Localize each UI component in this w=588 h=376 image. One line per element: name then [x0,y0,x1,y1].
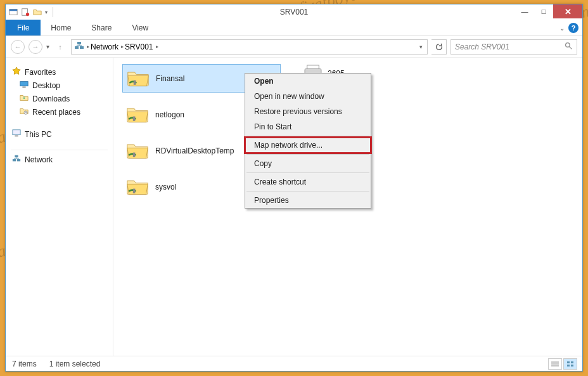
svg-rect-9 [20,82,28,86]
context-menu-separator [246,191,369,191]
context-menu-item[interactable]: Open in new window [245,89,371,104]
qat-newfolder-icon[interactable] [33,8,42,16]
svg-rect-6 [77,42,81,44]
svg-rect-21 [307,65,319,69]
nav-up-button[interactable]: ↑ [53,40,67,54]
nav-history-dropdown[interactable]: ▾ [46,43,49,50]
context-menu-item[interactable]: Map network drive... [245,138,371,153]
context-menu-item[interactable]: Create shortcut [245,174,371,190]
breadcrumb-srv001[interactable]: SRV001 [125,42,153,51]
window-title: SRV001 [280,8,308,16]
folder-label: RDVirtualDesktopTemp [155,146,234,155]
computer-icon [12,129,21,139]
sidebar-item-desktop[interactable]: Desktop [6,79,113,92]
network-icon [12,154,21,165]
svg-rect-19 [133,152,136,157]
title-bar: ▾ SRV001 — □ ✕ [6,4,582,20]
favorites-header[interactable]: Favorites [6,65,113,79]
sidebar-item-label: Desktop [32,81,60,90]
context-menu: OpenOpen in new windowRestore previous v… [245,73,371,209]
svg-rect-10 [22,87,25,88]
svg-rect-13 [15,136,18,137]
close-button[interactable]: ✕ [553,4,582,18]
sidebar-item-recent[interactable]: Recent places [6,105,113,119]
view-details-button[interactable] [548,358,562,370]
search-input[interactable]: Search SRV001 [451,39,577,55]
status-selection-count: 1 item selected [49,360,101,368]
qat-dropdown-icon[interactable]: ▾ [45,10,48,15]
address-row: ← → ▾ ↑ ▸Network ▸SRV001 ▸ ▾ Search SRV0… [6,36,582,58]
sidebar-item-network[interactable]: Network [6,153,113,166]
breadcrumb-network[interactable]: Network [91,42,118,51]
status-item-count: 7 items [12,360,37,368]
ribbon-expand-icon[interactable]: ⌄ [559,25,565,32]
svg-rect-29 [567,365,570,366]
desktop-icon [20,80,29,91]
address-dropdown-icon[interactable]: ▾ [414,44,427,50]
context-menu-item[interactable]: Open [245,74,371,89]
view-icons-button[interactable] [563,358,577,370]
tab-home[interactable]: Home [41,20,81,36]
separator [11,150,108,150]
svg-rect-15 [17,159,20,162]
sidebar-item-label: Network [25,155,53,164]
shared-folder-icon [126,177,149,197]
sidebar-item-label: This PC [25,130,52,139]
file-tab[interactable]: File [6,20,41,36]
tab-view[interactable]: View [122,20,158,36]
network-icon [74,41,84,53]
svg-point-3 [26,13,29,16]
shared-folder-icon [126,105,149,125]
svg-rect-1 [10,10,17,11]
address-bar[interactable]: ▸Network ▸SRV001 ▸ ▾ [71,39,428,55]
app-icon [9,8,18,16]
navigation-pane: Favorites Desktop Downloads Recent place… [6,58,113,356]
folder-label: sysvol [155,183,176,191]
sidebar-item-label: Downloads [32,94,70,103]
ribbon: File Home Share View ⌄ ? [6,20,582,36]
minimize-button[interactable]: — [515,4,534,18]
context-menu-item[interactable]: Properties [245,193,371,208]
sidebar-item-label: Recent places [32,108,80,117]
qat-properties-icon[interactable] [21,8,30,16]
explorer-window: ▾ SRV001 — □ ✕ File Home Share View ⌄ ? … [5,4,583,372]
search-icon [565,42,573,52]
shared-folder-icon [126,141,149,161]
separator [53,7,53,17]
folder-label: Finansal [156,74,184,83]
svg-rect-20 [133,188,136,193]
svg-rect-30 [571,365,573,366]
folder-label: netlogon [155,110,184,119]
shared-folder-icon [127,68,150,89]
context-menu-separator [246,154,369,155]
star-icon [12,67,21,77]
sidebar-item-downloads[interactable]: Downloads [6,92,113,105]
nav-forward-button[interactable]: → [29,40,42,54]
svg-line-8 [569,46,572,49]
svg-rect-16 [15,155,18,158]
context-menu-item[interactable]: Copy [245,156,371,171]
recent-icon [20,107,29,117]
svg-rect-4 [75,46,79,49]
maximize-button[interactable]: □ [534,4,553,18]
nav-back-button[interactable]: ← [11,40,25,54]
sidebar-item-thispc[interactable]: This PC [6,127,113,141]
context-menu-separator [246,136,369,136]
context-menu-item[interactable]: Restore previous versions [245,104,371,119]
downloads-icon [20,93,29,104]
favorites-label: Favorites [25,68,56,77]
search-placeholder: Search SRV001 [455,42,509,51]
tab-share[interactable]: Share [81,20,122,36]
context-menu-item[interactable]: Pin to Start [245,119,371,134]
svg-rect-14 [13,159,16,162]
svg-rect-17 [134,80,136,84]
help-icon[interactable]: ? [568,23,578,33]
context-menu-separator [246,172,369,173]
svg-rect-5 [80,46,84,49]
svg-rect-28 [571,361,573,363]
refresh-button[interactable] [431,39,447,55]
svg-rect-27 [567,361,570,363]
svg-rect-12 [13,130,20,135]
svg-rect-18 [133,116,136,120]
svg-point-7 [566,42,570,47]
